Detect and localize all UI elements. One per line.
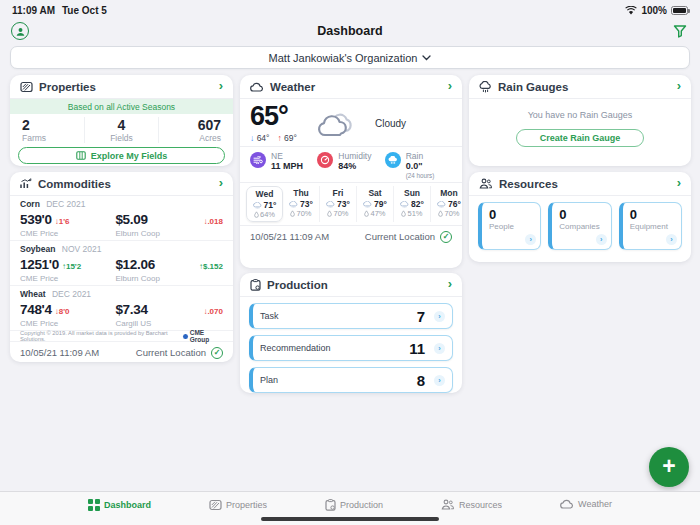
people-count: 0 xyxy=(489,207,533,222)
cme-change: 1'6 xyxy=(55,217,70,226)
resources-card-header[interactable]: Resources › xyxy=(469,172,691,196)
tab-production[interactable]: Production xyxy=(325,499,383,511)
dashboard-screen: 11:09 AM Tue Oct 5 100% Dashboard Matt J… xyxy=(0,0,700,525)
recommendation-count: 11 xyxy=(409,340,425,357)
commodity-row-corn: Corn DEC 2021 539'01'6 $5.09 .018 CME Pr… xyxy=(10,196,233,241)
market-chart-icon xyxy=(20,178,32,189)
rain-cloud-icon xyxy=(437,201,446,208)
filter-button[interactable] xyxy=(673,24,687,38)
tab-properties[interactable]: Properties xyxy=(209,499,267,511)
high-temp: ↑ 69° xyxy=(277,133,296,143)
organization-name: Matt Jankowiak's Organization xyxy=(269,52,418,64)
chevron-right-icon: › xyxy=(448,79,452,94)
people-icon xyxy=(441,499,455,510)
wind-speed: 11 MPH xyxy=(271,161,303,172)
rain-cloud-icon xyxy=(385,152,401,168)
people-label: People xyxy=(489,222,533,231)
cme-price: 1251'0 xyxy=(20,257,59,272)
add-button[interactable]: + xyxy=(649,447,689,487)
cme-price-label: CME Price xyxy=(20,229,115,238)
status-time: 11:09 AM xyxy=(12,5,55,16)
trend-up-icon: ↑ xyxy=(277,133,281,143)
local-price: $5.09 xyxy=(115,212,192,227)
local-price: $12.06 xyxy=(115,257,192,272)
farms-count: 2 xyxy=(22,117,72,133)
field-icon xyxy=(20,81,33,93)
chevron-right-icon: › xyxy=(677,176,681,191)
cme-price-label: CME Price xyxy=(20,319,115,328)
people-icon xyxy=(479,178,493,189)
commodity-name: Soybean xyxy=(20,244,55,254)
fields-label: Fields xyxy=(97,133,147,143)
resources-card: Resources › 0 People › 0 Companies › 0 E… xyxy=(469,172,691,262)
commodity-name: Wheat xyxy=(20,289,46,299)
properties-card: Properties › Based on all Active Seasons… xyxy=(10,75,233,166)
properties-card-header[interactable]: Properties › xyxy=(10,75,233,99)
cloudy-icon xyxy=(313,107,359,139)
rain-period: (24 hours) xyxy=(406,172,435,179)
organization-selector[interactable]: Matt Jankowiak's Organization xyxy=(10,46,690,69)
page-title: Dashboard xyxy=(0,24,700,38)
humidity-stat: Humidity 84% xyxy=(317,151,384,179)
wind-direction: NE xyxy=(271,151,303,161)
cloud-icon xyxy=(250,82,264,92)
commodity-contract: DEC 2021 xyxy=(46,199,85,209)
battery-icon xyxy=(671,6,688,15)
plan-row[interactable]: Plan 8 › xyxy=(249,367,453,393)
equipment-label: Equipment xyxy=(630,222,674,231)
chevron-right-icon: › xyxy=(434,311,445,322)
cme-price: 539'0 xyxy=(20,212,52,227)
recommendation-label: Recommendation xyxy=(260,343,409,353)
people-tile[interactable]: 0 People › xyxy=(478,202,541,250)
equipment-tile[interactable]: 0 Equipment › xyxy=(619,202,682,250)
task-label: Task xyxy=(260,311,417,321)
forecast-day-sat[interactable]: Sat 79° 47% xyxy=(357,186,394,222)
home-indicator[interactable] xyxy=(261,517,439,522)
rain-cloud-icon xyxy=(326,201,335,208)
local-change: $.152 xyxy=(193,262,223,271)
companies-label: Companies xyxy=(559,222,603,231)
active-seasons-banner: Based on all Active Seasons xyxy=(10,99,233,114)
tab-resources[interactable]: Resources xyxy=(441,499,502,510)
rain-cloud-icon xyxy=(363,201,372,208)
recommendation-row[interactable]: Recommendation 11 › xyxy=(249,335,453,361)
cme-change: 8'0 xyxy=(55,307,70,316)
chevron-right-icon: › xyxy=(219,176,223,191)
companies-tile[interactable]: 0 Companies › xyxy=(548,202,611,250)
explore-my-fields-button[interactable]: Explore My Fields xyxy=(18,147,225,164)
status-date: Tue Oct 5 xyxy=(62,5,107,16)
forecast-day-sun[interactable]: Sun 82° 51% xyxy=(394,186,431,222)
local-source-label: Elburn Coop xyxy=(115,229,223,238)
acres-stat: 607 Acres xyxy=(158,117,233,143)
forecast-day-fri[interactable]: Fri 73° 70% xyxy=(320,186,357,222)
location-check-icon: ✓ xyxy=(211,347,223,359)
companies-count: 0 xyxy=(559,207,603,222)
rain-gauges-card: Rain Gauges › You have no Rain Gauges Cr… xyxy=(469,75,691,166)
forecast-day-mon[interactable]: Mon 76° 70% xyxy=(431,186,462,222)
commodities-location: Current Location✓ xyxy=(136,347,223,359)
commodity-name: Corn xyxy=(20,199,40,209)
rain-cloud-icon xyxy=(400,201,409,208)
task-count: 7 xyxy=(417,308,425,325)
chevron-right-icon: › xyxy=(525,234,536,245)
forecast-day-wed[interactable]: Wed 71° 64% xyxy=(246,186,283,222)
farms-stat: 2 Farms xyxy=(10,117,84,143)
condition-label: Cloudy xyxy=(375,118,406,129)
weather-card-header[interactable]: Weather › xyxy=(240,75,462,99)
profile-button[interactable] xyxy=(11,22,29,40)
cme-price: 748'4 xyxy=(20,302,52,317)
rain-gauges-card-header[interactable]: Rain Gauges › xyxy=(469,75,691,99)
tab-weather[interactable]: Weather xyxy=(560,499,612,509)
commodities-card-title: Commodities xyxy=(38,178,213,190)
forecast-day-thu[interactable]: Thu 73° 70% xyxy=(283,186,320,222)
field-icon xyxy=(209,499,222,511)
commodities-card-header[interactable]: Commodities › xyxy=(10,172,233,196)
cme-group-logo: CME Group xyxy=(183,329,223,343)
create-rain-gauge-button[interactable]: Create Rain Gauge xyxy=(516,129,644,147)
header: Dashboard xyxy=(0,20,700,44)
cloud-icon xyxy=(560,499,574,509)
task-row[interactable]: Task 7 › xyxy=(249,303,453,329)
commodities-card: Commodities › Corn DEC 2021 539'01'6 $5.… xyxy=(10,172,233,362)
production-card-header[interactable]: Production › xyxy=(240,273,462,297)
tab-dashboard[interactable]: Dashboard xyxy=(88,499,151,511)
